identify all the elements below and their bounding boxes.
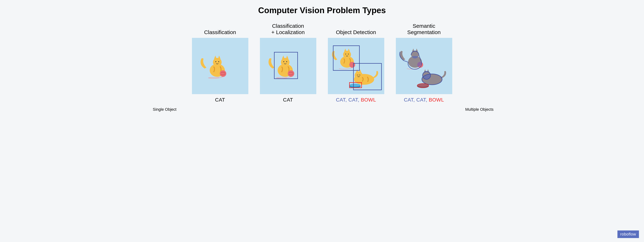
class-label: , — [426, 97, 429, 103]
svg-point-48 — [417, 84, 429, 88]
class-label: BOWL — [361, 97, 376, 103]
panel-row: Classification — [7, 20, 637, 103]
panel-labels: CAT — [283, 97, 293, 103]
panel-detection: Object Detection — [327, 20, 385, 103]
svg-marker-3 — [218, 56, 220, 59]
bounding-box-bowl — [349, 82, 362, 88]
panel-title: Object Detection — [336, 20, 376, 35]
group-multiple: Multiple Objects — [322, 107, 637, 112]
svg-point-6 — [220, 70, 226, 77]
class-label: , — [413, 97, 416, 103]
class-label: CAT — [404, 97, 413, 103]
panel-labels: CAT, CAT, BOWL — [336, 97, 376, 103]
class-label: , — [358, 97, 361, 103]
svg-marker-2 — [214, 56, 216, 59]
class-label: , — [346, 97, 348, 103]
panel-labels: CAT, CAT, BOWL — [404, 97, 444, 103]
group-single: Single Object — [7, 107, 322, 112]
scene — [396, 38, 452, 94]
svg-point-33 — [411, 51, 419, 58]
svg-point-4 — [215, 61, 216, 62]
cats-illustration — [396, 38, 452, 94]
bounding-box-cat — [274, 52, 298, 79]
class-label: BOWL — [429, 97, 444, 103]
class-label: CAT — [416, 97, 426, 103]
class-label: CAT — [283, 97, 293, 103]
panel-title: Semantic Segmentation — [407, 20, 441, 35]
page-title: Computer Vision Problem Types — [7, 5, 637, 15]
brand-badge: roboflow — [618, 231, 639, 238]
panel-labels: CAT — [215, 97, 225, 103]
scene — [260, 38, 316, 94]
class-label: CAT — [215, 97, 225, 103]
svg-point-1 — [213, 58, 222, 67]
scene — [192, 38, 248, 94]
group-labels: Single Object Multiple Objects — [7, 107, 637, 112]
panel-title: Classification — [204, 20, 236, 35]
panel-title: Classification + Localization — [271, 20, 304, 35]
panel-classification: Classification — [191, 20, 249, 103]
class-label: CAT — [336, 97, 345, 103]
cat-illustration — [192, 38, 248, 94]
class-label: CAT — [348, 97, 358, 103]
panel-localization: Classification + Localization — [259, 20, 317, 103]
svg-point-5 — [218, 61, 219, 62]
panel-segmentation: Semantic Segmentation — [395, 20, 453, 103]
scene — [328, 38, 384, 94]
